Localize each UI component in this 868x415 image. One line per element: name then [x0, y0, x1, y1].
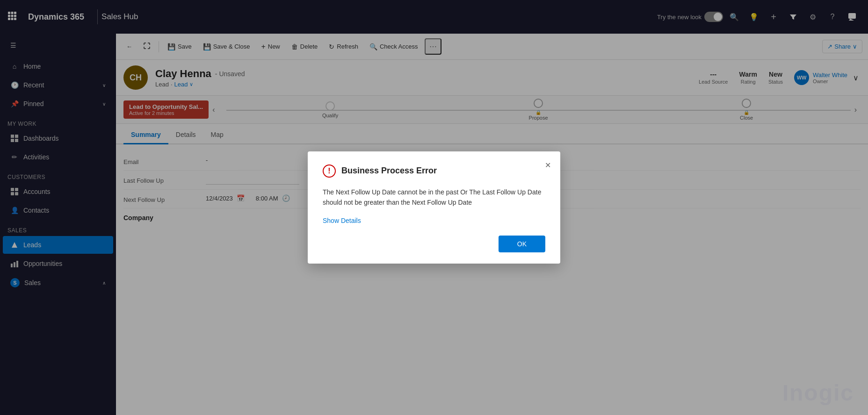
dialog-close-button[interactable]: ✕ [543, 159, 553, 172]
dialog-ok-button[interactable]: OK [499, 236, 545, 252]
close-icon: ✕ [545, 161, 551, 169]
dialog-title: Business Process Error [341, 166, 437, 176]
dialog: ! Business Process Error ✕ The Next Foll… [308, 151, 560, 264]
dialog-body: The Next Follow Up Date cannot be in the… [323, 187, 545, 208]
show-details-link[interactable]: Show Details [323, 217, 545, 224]
dialog-header: ! Business Process Error [323, 165, 545, 178]
dialog-footer: OK [323, 236, 545, 252]
dialog-overlay: ! Business Process Error ✕ The Next Foll… [0, 0, 868, 415]
dialog-error-icon: ! [323, 165, 336, 178]
